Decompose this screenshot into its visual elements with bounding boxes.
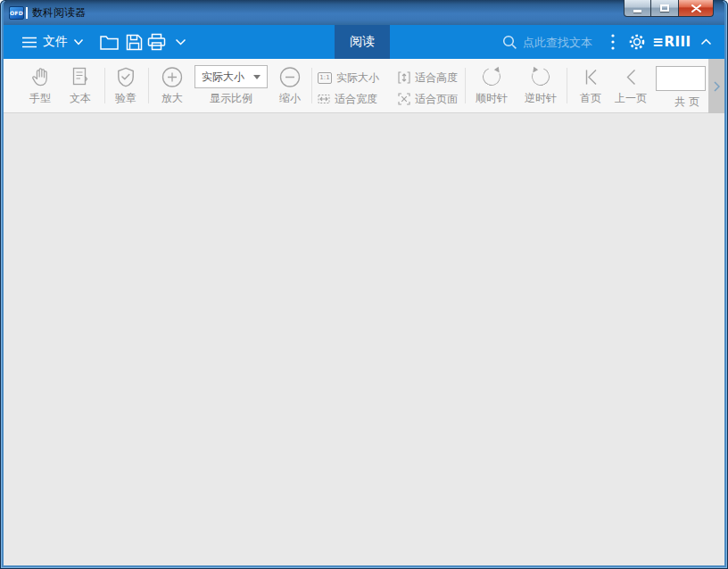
- first-page-button[interactable]: 首页: [580, 65, 601, 106]
- fit-width-button[interactable]: 适合宽度: [318, 88, 389, 110]
- zoom-out-button[interactable]: 缩小: [279, 65, 302, 106]
- gear-icon: [628, 33, 646, 51]
- fit-width-label: 适合宽度: [335, 92, 377, 107]
- zoom-in-button[interactable]: 放大: [161, 65, 184, 106]
- actual-size-button[interactable]: 1:1 实际大小: [318, 67, 389, 88]
- toolbar-separator: [465, 68, 466, 103]
- rotate-clockwise-button[interactable]: 顺时针: [476, 65, 508, 106]
- zoom-out-icon: [279, 65, 302, 88]
- menubar: 文件: [4, 25, 724, 59]
- app-ofd-icon: OFD: [9, 6, 24, 20]
- kebab-menu-icon: [611, 34, 615, 50]
- toolbar: 手型 文本 验章: [4, 59, 724, 113]
- save-button[interactable]: [123, 25, 145, 59]
- hamburger-icon: [21, 37, 37, 48]
- zoom-ratio-label: 显示比例: [210, 91, 252, 106]
- chevron-down-icon: [175, 38, 186, 45]
- app-window: OFD 数科阅读器 文件: [0, 0, 728, 569]
- shield-check-icon: [116, 65, 136, 88]
- rotate-ccw-icon: [530, 65, 551, 88]
- collapse-toolbar-button[interactable]: [699, 25, 713, 59]
- folder-open-icon: [100, 35, 119, 50]
- tab-read[interactable]: 阅读: [335, 25, 390, 59]
- settings-button[interactable]: [626, 25, 648, 59]
- prev-page-button[interactable]: 上一页: [615, 65, 647, 106]
- actual-size-label: 实际大小: [336, 70, 379, 86]
- toolbar-separator: [311, 68, 312, 103]
- verify-seal-button[interactable]: 验章: [115, 65, 136, 106]
- toolbar-separator: [567, 68, 567, 103]
- fit-height-button[interactable]: 适合高度: [398, 67, 467, 88]
- open-file-button[interactable]: [98, 25, 120, 59]
- more-tools-dropdown[interactable]: [171, 25, 189, 59]
- rotate-ccw-label: 逆时针: [525, 91, 557, 106]
- fit-page-button[interactable]: 适合页面: [398, 88, 467, 110]
- fit-page-label: 适合页面: [415, 92, 458, 107]
- minimize-icon: [633, 10, 641, 12]
- close-icon: [691, 4, 701, 12]
- text-select-icon: [70, 65, 90, 88]
- fit-width-icon: [318, 93, 330, 105]
- zoom-in-icon: [161, 65, 184, 88]
- toolbar-separator: [104, 68, 105, 103]
- document-area: [4, 113, 724, 565]
- print-button[interactable]: [145, 25, 168, 59]
- titlebar: OFD 数科阅读器: [4, 0, 724, 25]
- select-caret-icon: [253, 75, 261, 79]
- print-icon: [147, 33, 166, 51]
- zoom-ratio-control: 实际大小 显示比例: [194, 65, 268, 106]
- more-options-button[interactable]: [607, 25, 619, 59]
- maximize-button[interactable]: [651, 0, 679, 17]
- minimize-button[interactable]: [624, 0, 651, 17]
- first-page-icon: [582, 65, 600, 88]
- brand-logo: ≡RIII: [651, 25, 692, 59]
- hand-tool-label: 手型: [29, 91, 51, 106]
- close-button[interactable]: [679, 0, 714, 17]
- brand-logo-text: ≡RIII: [652, 34, 691, 50]
- fit-height-icon: [398, 71, 410, 84]
- hand-tool-button[interactable]: 手型: [29, 65, 51, 106]
- text-tool-label: 文本: [70, 91, 91, 106]
- search-box: [502, 25, 612, 59]
- toolbar-expand-icon: [714, 81, 720, 92]
- rotate-cw-label: 顺时针: [476, 91, 508, 106]
- window-title: 数科阅读器: [32, 5, 86, 21]
- maximize-icon: [660, 4, 669, 12]
- file-menu-button[interactable]: 文件: [21, 25, 84, 59]
- zoom-in-label: 放大: [161, 91, 183, 106]
- window-controls: [624, 0, 714, 17]
- zoom-out-label: 缩小: [279, 91, 301, 106]
- search-input[interactable]: [523, 36, 612, 49]
- rotate-counterclockwise-button[interactable]: 逆时针: [525, 65, 557, 106]
- total-pages-label: 共 页: [674, 95, 699, 110]
- page-number-input[interactable]: [656, 66, 706, 91]
- app-icon-page-bar: [26, 7, 28, 19]
- actual-size-icon: 1:1: [318, 72, 332, 84]
- tab-read-label: 阅读: [350, 34, 375, 50]
- hand-icon: [29, 65, 51, 88]
- toolbar-separator: [148, 68, 149, 103]
- fit-options-group: 1:1 实际大小 适合高度 适合宽度: [318, 67, 467, 110]
- zoom-ratio-select[interactable]: 实际大小: [194, 65, 268, 88]
- toolbar-expand-button[interactable]: [708, 59, 724, 113]
- first-page-label: 首页: [580, 91, 601, 106]
- verify-seal-label: 验章: [115, 91, 136, 106]
- search-icon[interactable]: [502, 35, 517, 50]
- prev-page-label: 上一页: [615, 91, 647, 106]
- text-tool-button[interactable]: 文本: [70, 65, 91, 106]
- chevron-up-icon: [700, 38, 712, 45]
- fit-height-label: 适合高度: [415, 70, 458, 86]
- zoom-ratio-value: 实际大小: [202, 70, 244, 85]
- rotate-cw-icon: [481, 65, 502, 88]
- file-menu-label: 文件: [43, 34, 68, 50]
- prev-page-icon: [622, 65, 641, 88]
- save-icon: [126, 34, 143, 51]
- fit-page-icon: [398, 93, 410, 105]
- chevron-down-icon: [73, 38, 84, 45]
